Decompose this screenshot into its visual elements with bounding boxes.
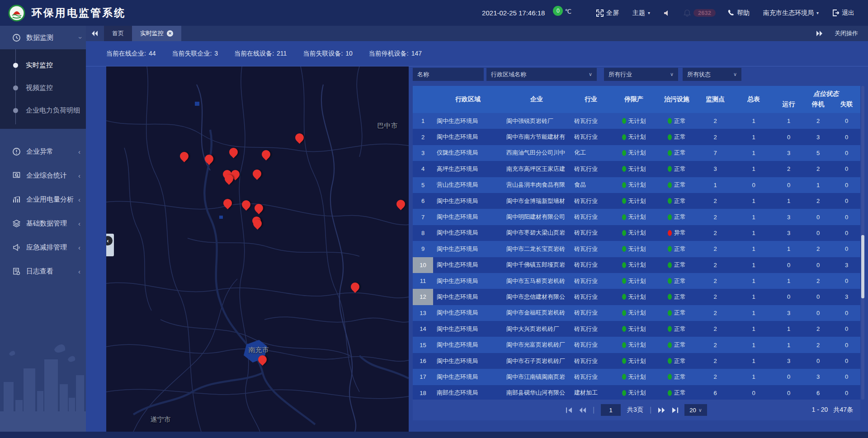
cell-stop-count: 1	[803, 177, 833, 193]
fullscreen-button[interactable]: 全屏	[596, 9, 619, 17]
cell-production-status: 无计划	[611, 193, 656, 209]
cell-industry: 砖瓦行业	[571, 161, 611, 177]
sidebar-item-logs[interactable]: 日志查看 ‹	[0, 259, 86, 283]
cell-meter-count: 1	[733, 257, 774, 273]
status-dot-green	[622, 134, 626, 140]
cell-run-count: 2	[774, 161, 803, 177]
cell-index: 14	[413, 321, 433, 337]
theme-dropdown[interactable]: 主题 ▾	[632, 9, 650, 17]
cell-run-count: 3	[774, 225, 803, 241]
stat-label: 当前失联设备:	[303, 50, 343, 58]
table-row[interactable]: 17阆中生态环境局阆中市江南镇阆南页岩砖瓦行业无计划正常21030	[413, 369, 860, 385]
tab-realtime-monitor[interactable]: 实时监控 ✕	[132, 26, 181, 41]
double-chevron-right-icon[interactable]	[816, 31, 823, 36]
table-row[interactable]: 9阆中生态环境局阆中市二龙长宝页岩砖砖瓦行业无计划正常21120	[413, 241, 860, 257]
cell-run-count: 1	[774, 113, 803, 129]
sidebar-item-company-statistics[interactable]: 企业综合统计 ‹	[0, 164, 86, 188]
status-dot-green	[668, 278, 672, 284]
cell-meter-count: 1	[733, 113, 774, 129]
sidebar-item-data-monitor[interactable]: 数据监测 ‹	[0, 26, 86, 49]
table-row[interactable]: 15阆中生态环境局阆中市光富页岩机砖厂砖瓦行业无计划正常21120	[413, 337, 860, 353]
table-row[interactable]: 1阆中生态环境局阆中强锐页岩砖厂砖瓦行业无计划正常21120	[413, 113, 860, 129]
status-select[interactable]: 所有状态 ∨	[683, 68, 741, 81]
sidebar-item-realtime-monitor[interactable]: 实时监控	[0, 54, 86, 76]
tabs-scroll-left-button[interactable]	[86, 26, 104, 41]
close-icon[interactable]: ✕	[167, 30, 173, 37]
close-operations-button[interactable]: 关闭操作	[835, 29, 858, 38]
org-dropdown[interactable]: 南充市生态环境局 ▾	[763, 9, 819, 17]
table-scrollbar[interactable]	[861, 86, 864, 400]
table-row[interactable]: 2阆中生态环境局阆中市南方节能建材有砖瓦行业无计划正常21030	[413, 129, 860, 145]
cell-region: 阆中生态环境局	[433, 353, 503, 369]
sidebar-item-video-monitor[interactable]: 视频监控	[0, 76, 86, 99]
cell-monitor-count: 2	[697, 321, 733, 337]
table-row[interactable]: 16阆中生态环境局阆中市石子页岩机砖厂砖瓦行业无计划正常21300	[413, 353, 860, 369]
logout-button[interactable]: 退出	[832, 9, 854, 17]
table-row[interactable]: 10阆中生态环境局阆中千佛镇五郎垭页岩砖瓦行业无计划正常21003	[413, 257, 860, 273]
table-row[interactable]: 18南部生态环境局南部县砚华山河有限公建材加工无计划正常60060	[413, 385, 860, 400]
cell-run-count: 0	[774, 257, 803, 273]
phone-icon	[727, 9, 734, 16]
table-row[interactable]: 13阆中生态环境局阆中市金福旺页岩机砖砖瓦行业无计划正常21300	[413, 305, 860, 321]
cell-index: 16	[413, 353, 433, 369]
sidebar-item-emergency-reduction[interactable]: 应急减排管理 ‹	[0, 235, 86, 259]
status-dot-green	[622, 118, 626, 124]
table-row[interactable]: 6阆中生态环境局阆中市金博瑞新型墙材砖瓦行业无计划正常21120	[413, 193, 860, 209]
sidebar-item-company-abnormal[interactable]: 企业异常 ‹	[0, 140, 86, 164]
table-row[interactable]: 14阆中生态环境局阆中大兴页岩机砖厂砖瓦行业无计划正常21120	[413, 321, 860, 337]
name-search-input[interactable]	[413, 68, 484, 81]
status-dot-green	[668, 358, 672, 364]
col-meter: 总表	[733, 86, 774, 113]
stat-value: 3	[214, 50, 218, 58]
mute-button[interactable]	[664, 10, 670, 16]
prev-page-icon[interactable]	[579, 407, 586, 413]
cell-industry: 砖瓦行业	[571, 273, 611, 289]
map[interactable]: 巴中市南充市遂宁市 ‹	[106, 66, 409, 432]
table-row[interactable]: 5营山生态环境局营山县润丰肉食品有限食品无计划正常10010	[413, 177, 860, 193]
last-page-icon[interactable]	[671, 407, 678, 413]
cell-facility-status: 正常	[656, 385, 697, 400]
table-row[interactable]: 8阆中生态环境局阆中市枣碧大梁山页岩砖瓦行业无计划异常21300	[413, 225, 860, 241]
table-row[interactable]: 11阆中生态环境局阆中市五马桥页岩机砖砖瓦行业无计划正常21120	[413, 273, 860, 289]
cell-industry: 砖瓦行业	[571, 241, 611, 257]
industry-select[interactable]: 所有行业 ∨	[604, 68, 678, 81]
next-page-icon[interactable]	[658, 407, 665, 413]
table-row[interactable]: 7阆中生态环境局阆中明阳建材有限公司砖瓦行业无计划正常21300	[413, 209, 860, 225]
col-company: 企业	[503, 86, 571, 113]
cell-lost-count: 0	[833, 209, 860, 225]
scrollbar-thumb[interactable]	[861, 235, 864, 298]
cell-stop-count: 2	[803, 161, 833, 177]
cell-run-count: 1	[774, 241, 803, 257]
cell-production-status: 无计划	[611, 241, 656, 257]
cell-meter-count: 1	[733, 193, 774, 209]
map-collapse-handle[interactable]: ‹	[106, 234, 114, 256]
help-button[interactable]: 帮助	[727, 9, 750, 17]
table-row[interactable]: 12阆中生态环境局阆中市忠信建材有限公砖瓦行业无计划正常21003	[413, 289, 860, 305]
cell-region: 阆中生态环境局	[433, 337, 503, 353]
first-page-icon[interactable]	[566, 407, 573, 413]
cell-production-status: 无计划	[611, 353, 656, 369]
chevron-left-icon: ‹	[78, 196, 80, 203]
page-number-input[interactable]	[601, 404, 621, 416]
table-row[interactable]: 3仪陇生态环境局西南油气田分公司川中化工无计划正常71350	[413, 145, 860, 161]
cell-production-status: 无计划	[611, 145, 656, 161]
sidebar-item-power-load-detail[interactable]: 企业电力负荷明细	[0, 99, 86, 122]
cell-region: 营山生态环境局	[433, 177, 503, 193]
chevron-left-icon: ‹	[78, 244, 80, 251]
sidebar-item-power-analysis[interactable]: 企业用电量分析 ‹	[0, 188, 86, 212]
cell-index: 12	[413, 289, 433, 305]
table-row[interactable]: 4高坪生态环境局南充市高坪区王家店建砖瓦行业无计划正常31220	[413, 161, 860, 177]
region-select[interactable]: 行政区域名称 ∨	[486, 68, 597, 81]
col-group-point-status: 点位状态	[813, 90, 839, 98]
cell-company: 阆中大兴页岩机砖厂	[503, 321, 571, 337]
cell-index: 9	[413, 241, 433, 257]
fullscreen-label: 全屏	[606, 9, 619, 17]
sidebar-item-base-data[interactable]: 基础数据管理 ‹	[0, 212, 86, 235]
page-size-select[interactable]: 20 ∨	[684, 404, 707, 416]
status-dot-green	[622, 294, 626, 300]
notifications-button[interactable]: 2632	[684, 9, 716, 17]
cell-industry: 砖瓦行业	[571, 369, 611, 385]
table-header: 行政区域 企业 行业 停限产 治污设施 监测点 总表 运行 停机 失联 点位状态	[413, 86, 860, 113]
tab-home[interactable]: 首页	[104, 26, 132, 41]
cell-facility-status: 正常	[656, 337, 697, 353]
